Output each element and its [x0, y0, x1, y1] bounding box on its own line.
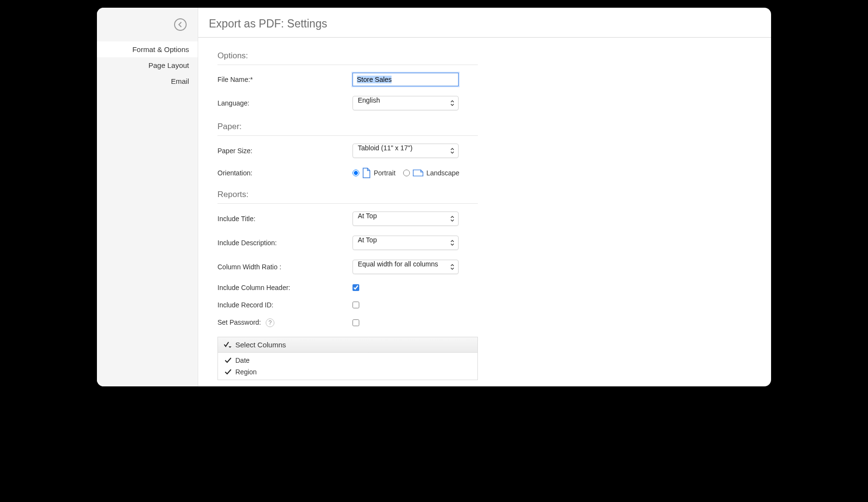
select-all-columns-tristate-icon[interactable]	[224, 342, 231, 348]
include-record-id-checkbox[interactable]	[353, 302, 359, 308]
back-button[interactable]	[174, 18, 187, 31]
settings-nav: Format & Options Page Layout Email	[97, 41, 198, 89]
row-orientation: Orientation: Portrait	[217, 163, 478, 183]
language-select[interactable]: English	[353, 96, 459, 110]
settings-sidebar: Format & Options Page Layout Email	[97, 8, 198, 386]
column-item-label: Date	[235, 357, 250, 364]
label-paper-size: Paper Size:	[217, 147, 353, 155]
select-columns-body: Date Region	[218, 353, 477, 380]
paper-size-select[interactable]: Tabloid (11" x 17")	[353, 144, 459, 158]
select-value: Tabloid (11" x 17")	[358, 144, 412, 152]
section-heading-reports: Reports:	[217, 183, 478, 204]
select-value: At Top	[358, 236, 377, 244]
section-heading-paper: Paper:	[217, 115, 478, 136]
landscape-page-icon	[413, 169, 423, 177]
row-language: Language: English	[217, 91, 478, 115]
select-columns-panel: Select Columns Date Region	[217, 337, 478, 380]
row-set-password: Set Password: ?	[217, 314, 478, 332]
check-icon	[225, 357, 231, 363]
nav-item-page-layout[interactable]: Page Layout	[97, 57, 198, 73]
label-column-width: Column Width Ratio :	[217, 263, 353, 271]
check-icon	[225, 369, 231, 375]
portrait-page-icon	[362, 168, 371, 178]
orientation-landscape-label: Landscape	[426, 169, 460, 177]
nav-item-label: Email	[171, 77, 189, 85]
select-value: Equal width for all columns	[358, 260, 438, 268]
label-set-password: Set Password: ?	[217, 318, 353, 327]
label-include-record-id: Include Record ID:	[217, 301, 353, 309]
include-column-header-checkbox[interactable]	[353, 284, 359, 291]
orientation-radio-group: Portrait Landscape	[353, 168, 460, 178]
required-asterisk: *	[250, 76, 253, 83]
settings-content: Options: File Name:* Language: English P…	[198, 38, 771, 386]
chevron-left-icon	[177, 22, 183, 27]
orientation-portrait-option[interactable]: Portrait	[353, 168, 395, 178]
label-file-name: File Name:*	[217, 76, 353, 83]
section-heading-options: Options:	[217, 44, 478, 65]
main-panel: Export as PDF: Settings Options: File Na…	[198, 8, 771, 386]
nav-item-label: Page Layout	[149, 61, 189, 69]
row-paper-size: Paper Size: Tabloid (11" x 17")	[217, 139, 478, 163]
column-width-select[interactable]: Equal width for all columns	[353, 260, 459, 274]
select-value: At Top	[358, 212, 377, 220]
orientation-portrait-radio[interactable]	[353, 170, 359, 176]
label-include-column-header: Include Column Header:	[217, 284, 353, 291]
select-columns-heading: Select Columns	[235, 341, 286, 349]
include-description-select[interactable]: At Top	[353, 236, 459, 250]
row-include-record-id: Include Record ID:	[217, 296, 478, 314]
label-text: File Name:	[217, 76, 250, 83]
column-item[interactable]: Date	[218, 355, 477, 366]
nav-item-format-options[interactable]: Format & Options	[97, 41, 198, 57]
column-item-label: Region	[235, 368, 257, 376]
nav-item-email[interactable]: Email	[97, 73, 198, 89]
row-column-width: Column Width Ratio : Equal width for all…	[217, 255, 478, 279]
nav-item-label: Format & Options	[132, 45, 189, 53]
page-title: Export as PDF: Settings	[209, 17, 760, 30]
set-password-checkbox[interactable]	[353, 319, 359, 326]
select-value: English	[358, 96, 380, 104]
row-include-column-header: Include Column Header:	[217, 279, 478, 296]
label-orientation: Orientation:	[217, 169, 353, 177]
label-include-description: Include Description:	[217, 239, 353, 247]
export-pdf-settings-window: Format & Options Page Layout Email Expor…	[97, 8, 771, 386]
select-columns-header[interactable]: Select Columns	[218, 337, 477, 353]
include-title-select[interactable]: At Top	[353, 211, 459, 226]
orientation-landscape-radio[interactable]	[403, 170, 410, 176]
label-text: Set Password:	[217, 318, 261, 326]
label-include-title: Include Title:	[217, 215, 353, 223]
orientation-portrait-label: Portrait	[374, 169, 395, 177]
titlebar: Export as PDF: Settings	[198, 8, 771, 38]
row-file-name: File Name:*	[217, 68, 478, 91]
column-item[interactable]: Region	[218, 366, 477, 378]
label-language: Language:	[217, 99, 353, 107]
file-name-input[interactable]	[353, 73, 459, 86]
row-include-description: Include Description: At Top	[217, 231, 478, 255]
help-icon[interactable]: ?	[266, 318, 274, 327]
orientation-landscape-option[interactable]: Landscape	[403, 169, 460, 177]
row-include-title: Include Title: At Top	[217, 207, 478, 231]
